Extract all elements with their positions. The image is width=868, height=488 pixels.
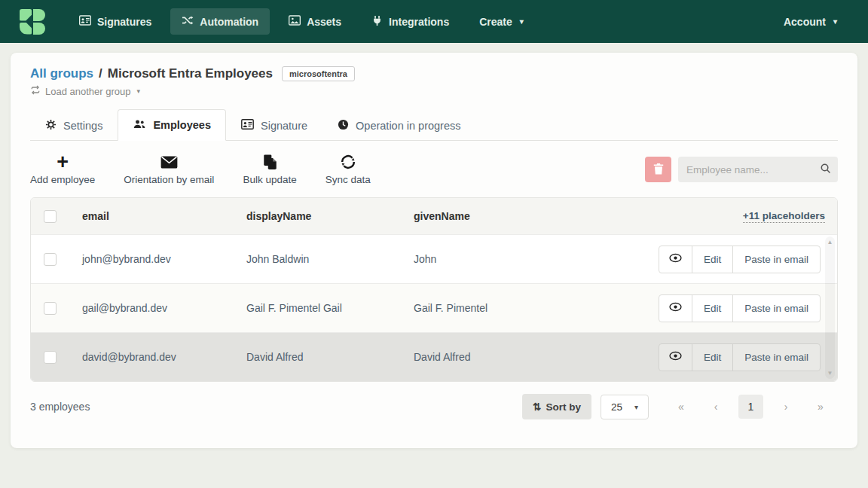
plus-icon: + (57, 152, 69, 172)
row-actions: Edit Paste in email (659, 246, 821, 273)
cell-displayname: John Baldwin (246, 253, 414, 265)
main-panel: All groups / Microsoft Entra Employees m… (11, 53, 857, 448)
account-menu[interactable]: Account ▾ (772, 9, 848, 35)
tab-label: Operation in progress (356, 120, 460, 132)
employees-toolbar: + Add employee Orientation by email Bulk… (30, 152, 838, 185)
toolbar-action-label: Orientation by email (124, 174, 214, 185)
cell-displayname: David Alfred (246, 351, 414, 363)
repeat-icon (30, 85, 41, 97)
envelope-icon (160, 152, 178, 172)
group-tabs: Settings Employees Signature Operation i… (30, 109, 838, 141)
edit-button[interactable]: Edit (692, 246, 732, 273)
tab-signature[interactable]: Signature (226, 109, 322, 141)
nav-item-automation[interactable]: Automation (170, 8, 270, 35)
sort-by-button[interactable]: ⇅ Sort by (522, 394, 591, 419)
nav-item-label: Signatures (97, 16, 151, 28)
table-footer: 3 employees ⇅ Sort by 25 ▾ « ‹ 1 › » (30, 394, 838, 419)
preview-button[interactable] (659, 295, 692, 322)
tab-operation-in-progress[interactable]: Operation in progress (322, 109, 475, 141)
nav-item-label: Create (479, 16, 512, 28)
pagination-prev-button[interactable]: ‹ (698, 395, 733, 419)
scroll-up-icon[interactable]: ▲ (827, 239, 833, 246)
breadcrumb-all-groups-link[interactable]: All groups (30, 66, 93, 81)
edit-button[interactable]: Edit (692, 295, 732, 322)
nav-item-label: Assets (307, 16, 341, 28)
scroll-down-icon[interactable]: ▼ (827, 370, 833, 377)
cell-givenname: David Alfred (414, 351, 646, 363)
nav-item-create[interactable]: Create ▾ (468, 9, 535, 35)
caret-down-icon: ▾ (520, 17, 524, 26)
footer-controls: ⇅ Sort by 25 ▾ « ‹ 1 › » (522, 394, 838, 419)
cell-email: john@bybrand.dev (82, 253, 246, 265)
toolbar-right (645, 157, 838, 182)
group-slug-badge: microsoftentra (282, 66, 355, 81)
row-actions: Edit Paste in email (659, 294, 821, 322)
cell-email: david@bybrand.dev (82, 351, 246, 363)
caret-down-icon: ▾ (833, 17, 837, 26)
table-row[interactable]: john@bybrand.dev John Baldwin John Edit … (31, 234, 837, 283)
row-checkbox[interactable] (44, 302, 57, 315)
paste-in-email-button[interactable]: Paste in email (732, 295, 820, 322)
table-row[interactable]: david@bybrand.dev David Alfred David Alf… (31, 332, 837, 381)
preview-button[interactable] (659, 344, 692, 371)
pagination-current-page[interactable]: 1 (738, 395, 763, 419)
toolbar-action-label: Add employee (30, 174, 95, 185)
pagination-next-button[interactable]: › (769, 395, 803, 419)
gear-icon (45, 119, 57, 133)
paste-in-email-button[interactable]: Paste in email (732, 344, 820, 371)
employee-search (678, 157, 838, 182)
row-checkbox[interactable] (44, 351, 57, 364)
column-header-email: email (82, 210, 246, 222)
table-row[interactable]: gail@bybrand.dev Gail F. Pimentel Gail G… (31, 283, 837, 332)
preview-button[interactable] (659, 246, 692, 273)
cell-givenname: John (414, 253, 646, 265)
edit-button[interactable]: Edit (692, 344, 732, 371)
employee-count: 3 employees (30, 401, 90, 413)
caret-down-icon: ▾ (136, 87, 140, 95)
employees-table: email displayName givenName +11 placehol… (30, 197, 838, 382)
bulk-update-button[interactable]: Bulk update (243, 152, 296, 185)
clipboard-icon (262, 152, 278, 172)
tab-employees[interactable]: Employees (118, 109, 226, 141)
add-employee-button[interactable]: + Add employee (30, 152, 95, 185)
main-menu: Signatures Automation Assets Integration… (68, 8, 535, 35)
page-size-select[interactable]: 25 ▾ (601, 395, 649, 419)
account-label: Account (784, 16, 826, 28)
pagination-last-button[interactable]: » (803, 395, 838, 419)
sort-icon: ⇅ (533, 401, 541, 413)
column-header-givenname: givenName (414, 210, 646, 222)
tab-label: Employees (153, 119, 211, 131)
nav-item-label: Integrations (389, 16, 449, 28)
eye-icon (669, 253, 682, 265)
column-header-displayname: displayName (246, 210, 414, 222)
row-checkbox[interactable] (44, 253, 57, 266)
nav-item-integrations[interactable]: Integrations (360, 8, 460, 35)
sync-data-button[interactable]: Sync data (326, 152, 371, 185)
placeholders-link[interactable]: +11 placeholders (743, 210, 825, 223)
orientation-by-email-button[interactable]: Orientation by email (124, 152, 214, 185)
cell-email: gail@bybrand.dev (82, 302, 246, 314)
toolbar-action-label: Sync data (326, 174, 371, 185)
load-another-group-dropdown[interactable]: Load another group ▾ (30, 85, 838, 97)
nav-item-signatures[interactable]: Signatures (68, 8, 163, 35)
select-all-checkbox[interactable] (44, 210, 57, 223)
nav-item-assets[interactable]: Assets (277, 8, 353, 35)
employee-search-input[interactable] (686, 164, 820, 175)
plug-icon (371, 15, 383, 29)
trash-icon (653, 163, 664, 177)
page-size-value: 25 (611, 401, 622, 413)
toolbar-action-label: Bulk update (243, 174, 296, 185)
pagination-first-button[interactable]: « (664, 395, 698, 419)
image-icon (289, 15, 301, 28)
paste-in-email-button[interactable]: Paste in email (732, 246, 820, 273)
top-navbar: Signatures Automation Assets Integration… (0, 0, 868, 43)
search-icon (820, 163, 831, 177)
eye-icon (669, 302, 682, 314)
breadcrumb: All groups / Microsoft Entra Employees m… (30, 66, 838, 81)
table-header-row: email displayName givenName +11 placehol… (31, 198, 837, 234)
delete-selected-button[interactable] (645, 157, 671, 182)
bybrand-logo-icon[interactable] (20, 9, 45, 35)
breadcrumb-separator: / (99, 66, 102, 81)
tab-settings[interactable]: Settings (30, 109, 118, 141)
table-scrollbar[interactable]: ▲ ▼ (825, 236, 835, 379)
